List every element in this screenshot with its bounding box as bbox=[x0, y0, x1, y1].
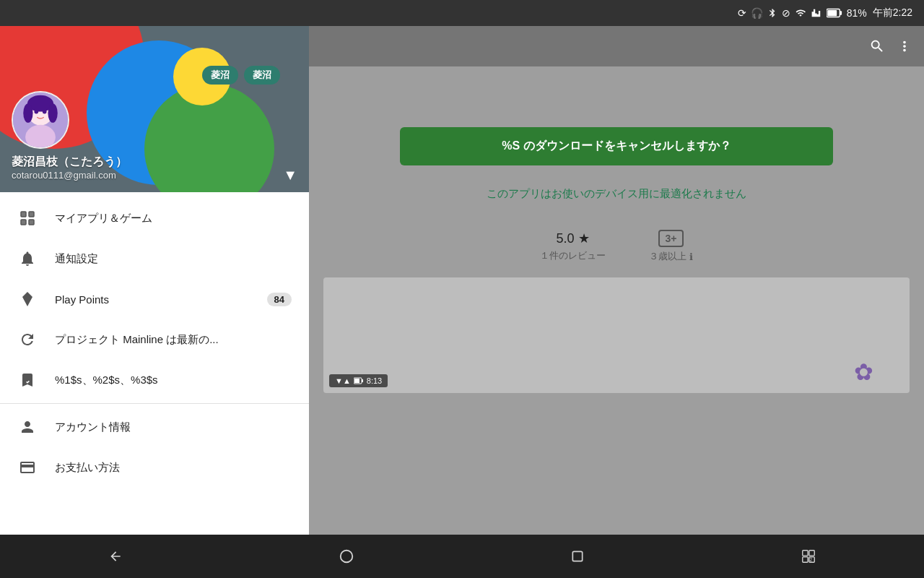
battery-icon bbox=[827, 8, 842, 18]
wishlist-label: %1$s、%2$s、%3$s bbox=[55, 374, 292, 387]
svg-rect-22 bbox=[803, 557, 808, 562]
wifi-icon bbox=[795, 8, 806, 18]
age-rating: 3+ ３歳以上 ℹ bbox=[649, 230, 693, 263]
svg-rect-19 bbox=[572, 551, 582, 561]
menu-item-wishlist[interactable]: %1$s、%2$s、%3$s bbox=[0, 360, 309, 400]
drawer-menu: マイアプリ＆ゲーム 通知設定 Play Points 84 bbox=[0, 192, 309, 535]
signal-icon bbox=[811, 8, 822, 18]
svg-point-18 bbox=[341, 551, 353, 563]
grid-icon bbox=[17, 208, 38, 228]
menu-item-project-mainline[interactable]: プロジェクト Mainline は最新の... bbox=[0, 319, 309, 360]
my-apps-label: マイアプリ＆ゲーム bbox=[55, 212, 292, 225]
rating-score: 5.0 ★ bbox=[556, 230, 589, 246]
menu-item-my-apps[interactable]: マイアプリ＆ゲーム bbox=[0, 198, 309, 238]
payment-label: お支払い方法 bbox=[55, 461, 292, 475]
flower-decoration: ✿ bbox=[854, 358, 873, 386]
back-icon bbox=[108, 549, 123, 564]
cancel-download-button[interactable]: %S のダウンロードをキャンセルしますか？ bbox=[400, 127, 833, 165]
screenshot-battery-icon bbox=[354, 377, 364, 384]
svg-rect-1 bbox=[840, 11, 842, 15]
user-name: 菱沼昌枝（こたろう） bbox=[12, 155, 297, 170]
user-email: cotarou0111@gmail.com bbox=[12, 170, 297, 181]
svg-rect-2 bbox=[827, 10, 837, 16]
age-label: ３歳以上 ℹ bbox=[649, 250, 693, 263]
more-vert-icon[interactable] bbox=[897, 38, 912, 54]
menu-item-play-points[interactable]: Play Points 84 bbox=[0, 279, 309, 319]
bookmark-check-icon bbox=[17, 370, 38, 390]
svg-point-9 bbox=[23, 103, 32, 123]
split-screen-button[interactable]: 2 bbox=[787, 542, 830, 571]
account-dropdown-button[interactable]: ▼ bbox=[283, 167, 297, 184]
avatar[interactable] bbox=[12, 91, 69, 149]
drawer-header: 菱沼 菱沼 bbox=[0, 26, 309, 192]
menu-item-account-info[interactable]: アカウント情報 bbox=[0, 407, 309, 447]
project-mainline-label: プロジェクト Mainline は最新の... bbox=[55, 333, 292, 347]
recent-apps-button[interactable] bbox=[556, 542, 599, 571]
svg-rect-20 bbox=[803, 551, 808, 556]
screenshot-wifi-icon: ▼▲ bbox=[335, 376, 351, 385]
main-topbar bbox=[309, 26, 924, 66]
menu-item-payment[interactable]: お支払い方法 bbox=[0, 447, 309, 488]
recent-apps-icon bbox=[570, 549, 585, 564]
play-points-label: Play Points bbox=[55, 293, 250, 306]
screenshot-status: ▼▲ 8:13 bbox=[329, 374, 388, 387]
back-button[interactable] bbox=[94, 542, 137, 571]
status-bar: ⟳ 🎧 ⊘ 81% 午前2:22 bbox=[0, 0, 924, 26]
notifications-label: 通知設定 bbox=[55, 252, 292, 266]
svg-rect-21 bbox=[809, 551, 814, 556]
app-rating: 5.0 ★ １件のレビュー bbox=[540, 230, 606, 262]
card-icon bbox=[17, 457, 38, 478]
main-content-area: %S のダウンロードをキャンセルしますか？ このアプリはお使いのデバイス用に最適… bbox=[309, 26, 924, 535]
age-badge: 3+ bbox=[658, 230, 684, 247]
menu-item-notifications[interactable]: 通知設定 bbox=[0, 238, 309, 279]
account-info-label: アカウント情報 bbox=[55, 420, 292, 434]
headphones-icon: 🎧 bbox=[751, 7, 763, 19]
app-notice: このアプリはお使いのデバイス用に最適化されません bbox=[487, 187, 746, 201]
home-icon bbox=[339, 548, 354, 564]
screenshot-area: ▼▲ 8:13 ✿ bbox=[323, 277, 910, 393]
svg-point-5 bbox=[25, 125, 56, 149]
navigation-drawer: 菱沼 菱沼 bbox=[0, 26, 309, 535]
bottom-navigation: 2 bbox=[0, 535, 924, 578]
home-button[interactable] bbox=[325, 542, 368, 571]
person-icon bbox=[17, 417, 38, 437]
svg-rect-17 bbox=[354, 379, 359, 383]
menu-divider-1 bbox=[0, 403, 309, 404]
app-info-row: 5.0 ★ １件のレビュー 3+ ３歳以上 ℹ bbox=[540, 230, 693, 263]
status-time: 午前2:22 bbox=[873, 7, 912, 20]
bluetooth-icon bbox=[767, 8, 777, 18]
bell-icon bbox=[17, 249, 38, 269]
svg-rect-16 bbox=[362, 379, 363, 382]
svg-point-10 bbox=[48, 103, 57, 123]
battery-percent: 81% bbox=[847, 7, 867, 19]
diamond-icon bbox=[17, 289, 38, 309]
split-screen-icon: 2 bbox=[801, 548, 816, 564]
screenshot-time: 8:13 bbox=[367, 376, 382, 385]
svg-text:2: 2 bbox=[809, 557, 812, 562]
sync-icon: ⟳ bbox=[738, 7, 746, 19]
search-icon[interactable] bbox=[869, 38, 885, 54]
status-icons: ⟳ 🎧 ⊘ 81% bbox=[738, 7, 867, 19]
info-icon[interactable]: ℹ bbox=[689, 251, 693, 262]
rating-count: １件のレビュー bbox=[540, 249, 606, 262]
play-points-badge: 84 bbox=[267, 293, 292, 306]
block-icon: ⊘ bbox=[782, 7, 790, 19]
refresh-icon bbox=[17, 329, 38, 350]
